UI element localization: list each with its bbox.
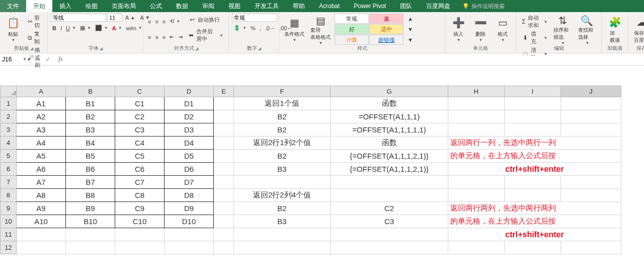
sort-filter-button[interactable]: ⇅排序和筛选▼ [551,14,574,45]
cell-G1[interactable]: 函数 [331,97,448,110]
enter-formula-button[interactable]: ✓ [43,56,52,63]
cell-C1[interactable]: C1 [115,97,165,110]
tab-formulas[interactable]: 公式 [143,0,169,12]
fill-button[interactable]: ⬇填充▼ [519,30,549,46]
percent-button[interactable]: % [249,24,257,32]
tab-view[interactable]: 视图 [221,0,248,12]
conditional-format-button[interactable]: ▦ 条件格式▼ [282,14,306,45]
row-4[interactable]: 4 [1,136,17,150]
tab-data[interactable]: 数据 [169,0,195,12]
cell-D4[interactable]: D4 [165,136,214,150]
align-left-button[interactable]: ≡ [146,33,152,41]
cell-J7[interactable] [561,176,621,189]
cell-B8[interactable]: B8 [66,189,115,202]
comma-button[interactable]: , [258,24,263,32]
currency-button[interactable]: 💲▼ [232,24,248,32]
cell-I2[interactable] [505,110,561,123]
cell-F11[interactable] [234,228,331,241]
cell-F9[interactable]: B2 [234,202,331,215]
cell-C4[interactable]: C4 [115,136,165,150]
gallery-more-button[interactable]: ▼ [406,36,415,43]
tab-help[interactable]: 帮助 [286,0,312,12]
cell-F2[interactable]: B2 [234,110,331,123]
cell-A5[interactable]: A5 [17,150,66,163]
cell-F5[interactable]: B2 [234,150,331,163]
insert-function-button[interactable]: fx [55,55,66,63]
cell-B7[interactable]: B7 [66,176,115,189]
style-link[interactable]: 超链接 [369,35,404,45]
row-10[interactable]: 10 [1,215,17,228]
cell-E7[interactable] [214,176,234,189]
col-H[interactable]: H [448,86,505,97]
tab-acrobat[interactable]: Acrobat [312,0,347,12]
number-format-select[interactable] [232,14,277,22]
row-12[interactable]: 12 [1,241,17,254]
cell-E6[interactable] [214,163,234,176]
addins-button[interactable]: 🧩加 载项 [605,14,625,45]
cell-E1[interactable] [214,97,234,110]
name-box-input[interactable] [2,56,22,63]
cell-styles-gallery[interactable]: 常规 差 好 适中 计算 超链接 [335,14,404,45]
cell-D10[interactable]: D10 [165,215,214,228]
inc-decimal-button[interactable]: .0→ [264,24,277,32]
row-6[interactable]: 6 [1,163,17,176]
cell-E12[interactable] [214,241,234,254]
cell-A8[interactable]: A8 [17,189,66,202]
spreadsheet-grid[interactable]: A B C D E F G H I J 1 A1 B1 C1 D1 返回1个值 … [0,86,621,254]
cell-G3[interactable]: =OFFSET(A1,1,1,1,1) [331,123,448,136]
cell-G11[interactable] [331,228,448,241]
baidu-save-button[interactable]: ☁保存到 百度网 [631,14,644,45]
cell-E10[interactable] [214,215,234,228]
font-size-select[interactable] [107,14,122,22]
cell-I8[interactable] [505,189,561,202]
cell-I3[interactable] [505,123,561,136]
cell-D11[interactable] [165,228,214,241]
cell-B10[interactable]: B10 [66,215,115,228]
cell-A6[interactable]: A6 [17,163,66,176]
cell-A7[interactable]: A7 [17,176,66,189]
cell-H12[interactable] [448,241,505,254]
cell-C12[interactable] [115,241,165,254]
note2-line2[interactable]: 的单元格，在上方输入公式后按 [448,215,621,228]
cell-D12[interactable] [165,241,214,254]
note1-line3[interactable]: ctrl+shift+enter [448,163,621,176]
cell-B4[interactable]: B4 [66,136,115,150]
cell-H3[interactable] [448,123,505,136]
align-middle-button[interactable]: ≡ [153,17,159,26]
cell-C5[interactable]: C5 [115,150,165,163]
italic-button[interactable]: I [59,24,63,32]
cell-D2[interactable]: D2 [165,110,214,123]
cell-E8[interactable] [214,189,234,202]
cell-H8[interactable] [448,189,505,202]
col-C[interactable]: C [115,86,165,97]
cell-D5[interactable]: D5 [165,150,214,163]
cell-E4[interactable] [214,136,234,150]
font-color-button[interactable]: A▼ [111,24,124,32]
style-neutral[interactable]: 适中 [369,24,404,34]
name-box[interactable]: ▼ [0,53,30,65]
orientation-button[interactable]: ⟲▼ [168,17,182,26]
cell-B6[interactable]: B6 [66,163,115,176]
tab-draw[interactable]: 绘图 [78,0,105,12]
wrap-text-button[interactable]: ↩自动换行 [186,15,225,24]
cell-C9[interactable]: C9 [115,202,165,215]
note2-line3[interactable]: ctrl+shift+enter [448,228,621,241]
tell-me-search[interactable]: 💡 操作说明搜索 [462,0,505,12]
cell-C2[interactable]: C2 [115,110,165,123]
col-I[interactable]: I [505,86,561,97]
col-E[interactable]: E [214,86,234,97]
cell-B1[interactable]: B1 [66,97,115,110]
cell-H1[interactable] [448,97,505,110]
autosum-button[interactable]: Σ自动求和▼ [519,14,549,30]
cell-G4[interactable]: 函数 [331,136,448,150]
style-good[interactable]: 好 [335,24,369,34]
cell-A3[interactable]: A3 [17,123,66,136]
cell-A9[interactable]: A9 [17,202,66,215]
cell-J1[interactable] [561,97,621,110]
cell-D1[interactable]: D1 [165,97,214,110]
paste-button[interactable]: 📋 粘贴 ▼ [3,14,23,45]
style-normal[interactable]: 常规 [335,14,369,24]
col-J[interactable]: J [561,86,621,97]
col-F[interactable]: F [234,86,331,97]
cell-B5[interactable]: B5 [66,150,115,163]
